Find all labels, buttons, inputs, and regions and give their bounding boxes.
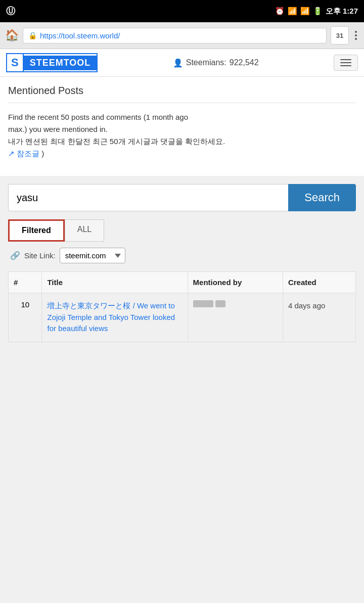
col-header-num: # bbox=[9, 272, 42, 293]
avatar-block-2 bbox=[215, 300, 225, 307]
home-icon[interactable]: 🏠 bbox=[5, 29, 19, 42]
ref-paren-close: ) bbox=[41, 149, 44, 158]
row-mentioned-by bbox=[188, 293, 283, 342]
desc-korean: 내가 멘션된 최대 한달전 최근 50개 게시글과 댓글을 확인하세요. bbox=[8, 137, 225, 146]
row-num: 10 bbox=[9, 293, 42, 342]
more-options-button[interactable] bbox=[353, 29, 359, 42]
logo-letter: S bbox=[7, 54, 24, 71]
avatar-block-1 bbox=[193, 300, 213, 307]
ref-link[interactable]: ↗ 참조글 bbox=[8, 148, 39, 160]
status-left: Ⓤ bbox=[6, 5, 15, 17]
main-content: Mentioned Posts Find the recent 50 posts… bbox=[0, 77, 364, 176]
ham-line-3 bbox=[340, 65, 351, 66]
search-area: Search bbox=[8, 184, 356, 211]
page-title: Mentioned Posts bbox=[8, 85, 356, 103]
tab-filtered[interactable]: Filtered bbox=[8, 219, 65, 242]
search-button[interactable]: Search bbox=[288, 184, 356, 211]
tabs: Filtered ALL bbox=[8, 219, 356, 242]
row-title: 増上寺と東京タワーと桜 / We went to Zojoji Temple a… bbox=[42, 293, 188, 342]
steemians-label: Steemians: bbox=[186, 58, 226, 67]
calendar-icon[interactable]: 31 bbox=[331, 26, 349, 44]
site-link-select[interactable]: steemit.com busy.org cnsteem.com bbox=[60, 248, 125, 263]
row-created: 4 days ago bbox=[283, 293, 355, 342]
external-link-icon: ↗ bbox=[8, 148, 15, 160]
signal-icon: 📶 bbox=[300, 7, 310, 16]
table-header-row: # Title Mentioned by Created bbox=[9, 272, 356, 293]
col-header-mentioned-by: Mentioned by bbox=[188, 272, 283, 293]
ham-line-1 bbox=[340, 59, 351, 60]
desc-line2: max.) you were mentioned in. bbox=[8, 125, 108, 133]
search-section: Search Filtered ALL 🔗 Site Link: steemit… bbox=[0, 176, 364, 350]
battery-icon: 🔋 bbox=[313, 7, 323, 16]
ref-link-text: 참조글 bbox=[17, 148, 39, 160]
post-link[interactable]: 増上寺と東京タワーと桜 / We went to Zojoji Temple a… bbox=[47, 301, 175, 333]
steemians-number: 922,542 bbox=[230, 58, 259, 67]
hamburger-menu-button[interactable] bbox=[334, 55, 358, 71]
tab-all[interactable]: ALL bbox=[65, 219, 104, 242]
site-link-label: Site Link: bbox=[24, 251, 56, 260]
time-display: 오후 1:27 bbox=[326, 7, 358, 16]
link-icon: 🔗 bbox=[10, 251, 20, 260]
logo-name: STEEMTOOL bbox=[24, 56, 97, 70]
col-header-title: Title bbox=[42, 272, 188, 293]
url-text: https://tool.steem.world/ bbox=[40, 31, 120, 40]
app-header: S STEEMTOOL 👤 Steemians: 922,542 bbox=[0, 49, 364, 77]
site-link-row: 🔗 Site Link: steemit.com busy.org cnstee… bbox=[8, 248, 356, 263]
person-icon: 👤 bbox=[173, 58, 183, 68]
table-header: # Title Mentioned by Created bbox=[9, 272, 356, 293]
steemians-count: 👤 Steemians: 922,542 bbox=[104, 58, 328, 68]
wifi-icon: 📶 bbox=[288, 7, 297, 16]
app-icon: Ⓤ bbox=[6, 5, 15, 17]
results-table: # Title Mentioned by Created 10 増上寺と東京タワ… bbox=[8, 271, 356, 342]
browser-bar: 🏠 🔒 https://tool.steem.world/ 31 bbox=[0, 22, 364, 49]
mentioned-avatar bbox=[193, 300, 278, 307]
table-body: 10 増上寺と東京タワーと桜 / We went to Zojoji Templ… bbox=[9, 293, 356, 342]
status-bar: Ⓤ ⏰ 📶 📶 🔋 오후 1:27 bbox=[0, 0, 364, 22]
table-row: 10 増上寺と東京タワーと桜 / We went to Zojoji Templ… bbox=[9, 293, 356, 342]
logo: S STEEMTOOL bbox=[6, 53, 98, 72]
lock-icon: 🔒 bbox=[28, 31, 37, 39]
alarm-icon: ⏰ bbox=[275, 7, 285, 16]
desc-line1: Find the recent 50 posts and comments (1… bbox=[8, 113, 188, 121]
description: Find the recent 50 posts and comments (1… bbox=[8, 111, 356, 160]
ham-line-2 bbox=[340, 62, 351, 63]
col-header-created: Created bbox=[283, 272, 355, 293]
search-input[interactable] bbox=[8, 184, 288, 211]
url-bar[interactable]: 🔒 https://tool.steem.world/ bbox=[23, 28, 327, 43]
status-right: ⏰ 📶 📶 🔋 오후 1:27 bbox=[275, 7, 358, 16]
